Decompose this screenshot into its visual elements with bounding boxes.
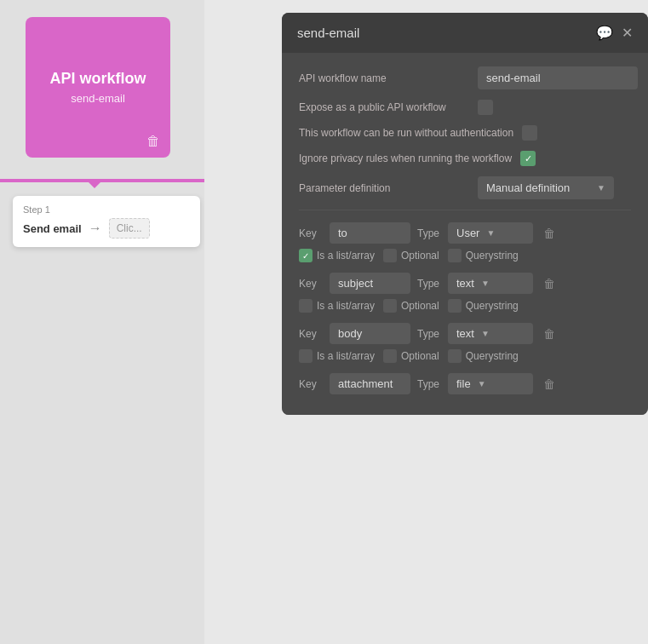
type-label-1: Type bbox=[417, 227, 441, 239]
is-list-label-to: Is a list/array bbox=[317, 250, 375, 262]
checkmark-icon: ✓ bbox=[525, 153, 532, 164]
modal-header-icons: 💬 ✕ bbox=[596, 25, 633, 41]
param-definition-select[interactable]: Manual definition ▼ bbox=[478, 176, 614, 199]
api-name-input[interactable] bbox=[478, 66, 638, 89]
type-label-3: Type bbox=[417, 328, 441, 340]
delete-param-to[interactable]: 🗑 bbox=[543, 227, 555, 240]
param-row-to: Key Type User ▼ 🗑 bbox=[299, 222, 631, 244]
param-section-subject: Key Type text ▼ 🗑 Is a list/array Option… bbox=[299, 273, 631, 313]
api-workflow-card[interactable]: API workflow send-email 🗑 bbox=[26, 17, 170, 158]
modal-header: send-email 💬 ✕ bbox=[282, 13, 648, 53]
arrow-icon: → bbox=[89, 221, 102, 236]
chevron-down-icon-attachment: ▼ bbox=[478, 379, 486, 388]
meta-row-body: Is a list/array Optional Querystring bbox=[299, 349, 631, 363]
is-list-label-body: Is a list/array bbox=[317, 350, 375, 362]
ignore-privacy-row: Ignore privacy rules when running the wo… bbox=[299, 151, 631, 166]
param-type-value-attachment: file bbox=[456, 377, 471, 390]
type-label-4: Type bbox=[417, 378, 441, 390]
step-name: Send email bbox=[23, 222, 82, 235]
chevron-down-icon-subject: ▼ bbox=[481, 279, 490, 288]
param-section-to: Key Type User ▼ 🗑 ✓ Is a list/array bbox=[299, 222, 631, 262]
card-subtitle: send-email bbox=[71, 92, 125, 105]
step-action[interactable]: Clic... bbox=[109, 218, 150, 239]
optional-label-body: Optional bbox=[401, 350, 439, 362]
param-key-input-body[interactable] bbox=[330, 323, 410, 344]
querystring-item-subject: Querystring bbox=[448, 299, 519, 313]
key-label-4: Key bbox=[299, 378, 323, 390]
card-title: API workflow bbox=[49, 70, 146, 89]
param-row-subject: Key Type text ▼ 🗑 bbox=[299, 273, 631, 294]
chevron-down-icon-to: ▼ bbox=[486, 228, 495, 238]
param-section-attachment: Key Type file ▼ 🗑 bbox=[299, 373, 631, 394]
chevron-down-icon: ▼ bbox=[597, 183, 605, 193]
optional-checkbox-subject[interactable] bbox=[383, 299, 397, 313]
chevron-down-icon-body: ▼ bbox=[481, 329, 490, 338]
is-list-checkbox-subject[interactable] bbox=[299, 299, 313, 313]
pink-triangle-arrow bbox=[88, 181, 101, 188]
ignore-privacy-checkbox[interactable]: ✓ bbox=[520, 151, 536, 166]
meta-row-subject: Is a list/array Optional Querystring bbox=[299, 299, 631, 313]
querystring-label-body: Querystring bbox=[466, 350, 519, 362]
querystring-label-subject: Querystring bbox=[466, 300, 519, 312]
step-box: Step 1 Send email → Clic... bbox=[13, 196, 200, 247]
modal-body: API workflow name Expose as a public API… bbox=[282, 53, 648, 415]
param-type-select-body[interactable]: text ▼ bbox=[448, 323, 533, 344]
api-name-label: API workflow name bbox=[299, 72, 469, 84]
param-section-body: Key Type text ▼ 🗑 Is a list/array Option… bbox=[299, 323, 631, 363]
querystring-item-body: Querystring bbox=[448, 349, 519, 363]
type-label-2: Type bbox=[417, 278, 441, 290]
expose-public-checkbox[interactable] bbox=[478, 100, 493, 115]
param-type-select-attachment[interactable]: file ▼ bbox=[448, 373, 533, 394]
optional-checkbox-body[interactable] bbox=[383, 349, 397, 363]
key-label-3: Key bbox=[299, 328, 323, 340]
expose-public-row: Expose as a public API workflow bbox=[299, 100, 631, 115]
run-without-auth-checkbox[interactable] bbox=[522, 125, 537, 141]
close-icon[interactable]: ✕ bbox=[622, 25, 633, 41]
run-without-auth-row: This workflow can be run without authent… bbox=[299, 125, 631, 141]
is-list-checkbox-body[interactable] bbox=[299, 349, 313, 363]
param-definition-value: Manual definition bbox=[486, 181, 570, 194]
comment-icon[interactable]: 💬 bbox=[596, 25, 613, 41]
param-type-value-body: text bbox=[456, 327, 474, 340]
param-type-select-subject[interactable]: text ▼ bbox=[448, 273, 533, 294]
optional-checkbox-to[interactable] bbox=[383, 249, 397, 262]
is-list-item-to: ✓ Is a list/array bbox=[299, 249, 375, 262]
param-key-input-attachment[interactable] bbox=[330, 373, 410, 394]
param-row-body: Key Type text ▼ 🗑 bbox=[299, 323, 631, 344]
step-label: Step 1 bbox=[23, 204, 190, 215]
optional-item-to: Optional bbox=[383, 249, 439, 262]
delete-param-attachment[interactable]: 🗑 bbox=[543, 377, 555, 391]
optional-item-subject: Optional bbox=[383, 299, 439, 313]
optional-label-subject: Optional bbox=[401, 300, 439, 312]
querystring-checkbox-body[interactable] bbox=[448, 349, 462, 363]
is-list-item-subject: Is a list/array bbox=[299, 299, 375, 313]
trash-icon[interactable]: 🗑 bbox=[146, 134, 160, 149]
is-list-checkbox-to[interactable]: ✓ bbox=[299, 249, 313, 262]
delete-param-subject[interactable]: 🗑 bbox=[543, 277, 555, 290]
param-type-value-subject: text bbox=[456, 277, 474, 290]
checkmark-list-to: ✓ bbox=[302, 251, 309, 261]
param-type-select-to[interactable]: User ▼ bbox=[448, 222, 533, 244]
is-list-label-subject: Is a list/array bbox=[317, 300, 375, 312]
delete-param-body[interactable]: 🗑 bbox=[543, 327, 555, 341]
key-label-2: Key bbox=[299, 278, 323, 290]
modal-title: send-email bbox=[297, 26, 359, 40]
ignore-privacy-label: Ignore privacy rules when running the wo… bbox=[299, 152, 512, 164]
meta-row-to: ✓ Is a list/array Optional Querystring bbox=[299, 249, 631, 262]
pink-connector-bar bbox=[0, 179, 204, 182]
divider-1 bbox=[299, 210, 631, 210]
param-key-input-subject[interactable] bbox=[330, 273, 410, 294]
param-definition-row: Parameter definition Manual definition ▼ bbox=[299, 176, 631, 199]
param-type-value-to: User bbox=[456, 227, 479, 239]
param-row-attachment: Key Type file ▼ 🗑 bbox=[299, 373, 631, 394]
is-list-item-body: Is a list/array bbox=[299, 349, 375, 363]
modal-panel: send-email 💬 ✕ API workflow name Expose … bbox=[282, 13, 648, 415]
querystring-checkbox-to[interactable] bbox=[448, 249, 462, 262]
param-key-input-to[interactable] bbox=[330, 222, 410, 244]
querystring-checkbox-subject[interactable] bbox=[448, 299, 462, 313]
key-label-1: Key bbox=[299, 227, 323, 239]
expose-public-label: Expose as a public API workflow bbox=[299, 101, 469, 113]
run-without-auth-label: This workflow can be run without authent… bbox=[299, 127, 513, 139]
optional-label-to: Optional bbox=[401, 250, 439, 262]
querystring-item-to: Querystring bbox=[448, 249, 519, 262]
